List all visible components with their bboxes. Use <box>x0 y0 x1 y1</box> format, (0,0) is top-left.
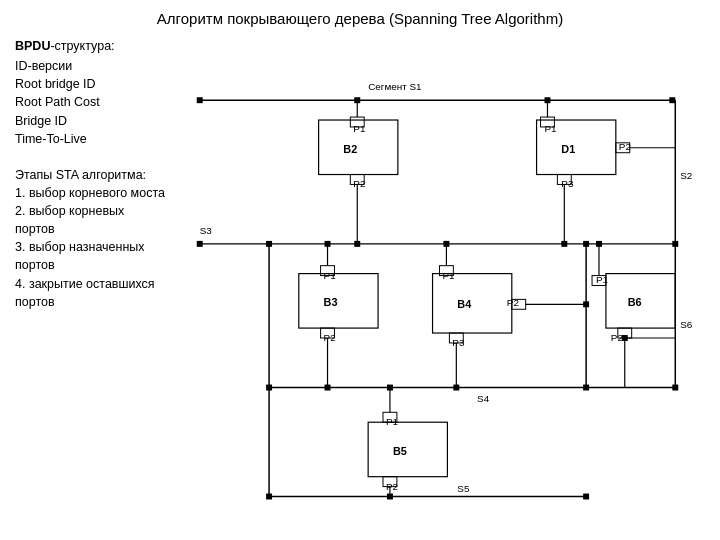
seg-s4-label: S4 <box>477 393 490 404</box>
svg-rect-12 <box>545 97 551 103</box>
svg-rect-47 <box>325 385 331 391</box>
svg-rect-25 <box>299 274 378 328</box>
d1-p1-label: P1 <box>545 123 558 134</box>
svg-rect-1 <box>197 97 203 103</box>
b2-p2-label: P2 <box>353 178 365 189</box>
seg-s6-label: S6 <box>680 319 693 330</box>
svg-rect-41 <box>596 241 602 247</box>
stage-3: 3. выбор назначенных портов <box>15 238 165 274</box>
network-diagram: Сегмент S1 B2 P1 P2 <box>170 37 705 530</box>
b6-label: B6 <box>628 296 642 308</box>
bpdu-bold: BPDU <box>15 39 50 53</box>
svg-rect-65 <box>266 241 272 247</box>
svg-rect-6 <box>354 97 360 103</box>
bpdu-item-4: Bridge ID <box>15 112 165 130</box>
bpdu-suffix: -структура: <box>50 39 114 53</box>
bpdu-item-3: Root Path Cost <box>15 93 165 111</box>
svg-rect-2 <box>669 97 675 103</box>
svg-rect-63 <box>387 494 393 500</box>
bpdu-item-1: ID-версии <box>15 57 165 75</box>
svg-rect-28 <box>325 241 331 247</box>
stage-4: 4. закрытие оставшихся портов <box>15 275 165 311</box>
b3-label: B3 <box>324 296 338 308</box>
diagram-area: Сегмент S1 B2 P1 P2 <box>170 37 705 530</box>
content-area: BPDU-структура: ID-версии Root bridge ID… <box>15 37 705 530</box>
svg-rect-62 <box>583 494 589 500</box>
b5-label: B5 <box>393 445 407 457</box>
d1-p3-label: P3 <box>561 178 574 189</box>
page-title: Алгоритм покрывающего дерева (Spanning T… <box>15 10 705 27</box>
d1-label: D1 <box>561 143 575 155</box>
svg-rect-23 <box>561 241 567 247</box>
stages-section: Этапы STA алгоритма: 1. выбор корневого … <box>15 166 165 311</box>
bpdu-header: BPDU-структура: <box>15 37 165 55</box>
b5-p2-label: P2 <box>386 481 398 492</box>
bpdu-item-2: Root bridge ID <box>15 75 165 93</box>
b6-p1-label: P1 <box>596 274 609 285</box>
svg-rect-54 <box>368 422 447 476</box>
page: Алгоритм покрывающего дерева (Spanning T… <box>0 0 720 540</box>
svg-rect-22 <box>354 241 360 247</box>
b4-label: B4 <box>457 298 471 310</box>
b6-p2-label: P2 <box>611 332 623 343</box>
stages-header: Этапы STA алгоритма: <box>15 166 165 184</box>
left-panel: BPDU-структура: ID-версии Root bridge ID… <box>15 37 170 530</box>
b3-p2-label: P2 <box>324 332 336 343</box>
stage-1: 1. выбор корневого моста <box>15 184 165 202</box>
b2-label: B2 <box>343 143 357 155</box>
seg-s1-label: Сегмент S1 <box>368 81 422 92</box>
seg-s5-label: S5 <box>457 483 470 494</box>
seg-s2-label: S2 <box>680 170 692 181</box>
svg-rect-31 <box>433 274 512 333</box>
svg-rect-57 <box>387 385 393 391</box>
svg-rect-48 <box>453 385 459 391</box>
svg-rect-20 <box>197 241 203 247</box>
bpdu-item-5: Time-To-Live <box>15 130 165 148</box>
svg-rect-34 <box>443 241 449 247</box>
svg-rect-53 <box>622 335 628 341</box>
stage-2: 2. выбор корневых портов <box>15 202 165 238</box>
seg-s3-label: S3 <box>200 225 213 236</box>
